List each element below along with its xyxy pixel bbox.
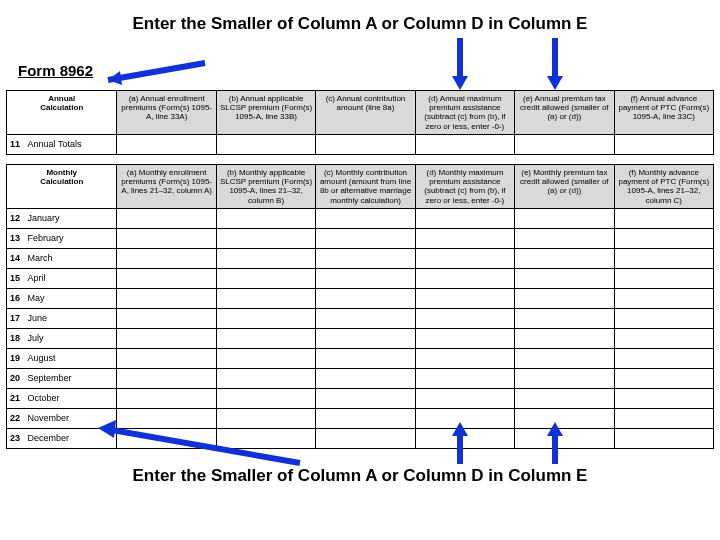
monthly-col-b: (b) Monthly applicable SLCSP premium (Fo… [216,165,315,209]
svg-line-0 [108,63,205,80]
annual-col-b: (b) Annual applicable SLCSP premium (For… [216,91,315,135]
month-row-num: 20 [7,368,25,388]
cell [515,134,614,154]
annual-col-c: (c) Annual contribution amount (line 8a) [316,91,415,135]
cell [216,134,315,154]
month-row-num: 22 [7,408,25,428]
svg-marker-5 [547,76,563,90]
cell [415,228,514,248]
cell [216,308,315,328]
cell [614,408,713,428]
month-row-num: 16 [7,288,25,308]
monthly-col-e: (e) Monthly premium tax credit allowed (… [515,165,614,209]
cell [117,248,216,268]
cell [415,328,514,348]
cell [515,208,614,228]
cell [316,368,415,388]
cell [415,388,514,408]
cell [117,348,216,368]
cell [515,228,614,248]
annual-col-e: (e) Annual premium tax credit allowed (s… [515,91,614,135]
month-row-name: February [25,228,117,248]
arrow-bottom-col-d [445,420,475,466]
cell [614,328,713,348]
month-row-num: 19 [7,348,25,368]
month-row-num: 17 [7,308,25,328]
month-row-name: April [25,268,117,288]
arrow-top-col-e [540,36,570,92]
cell [515,288,614,308]
annual-col-a: (a) Annual enrollment premiums (Form(s) … [117,91,216,135]
cell [316,288,415,308]
cell [614,428,713,448]
cell [316,308,415,328]
monthly-label: Monthly Calculation [7,165,117,209]
month-row-name: October [25,388,117,408]
cell [515,328,614,348]
cell [117,388,216,408]
cell [515,368,614,388]
svg-marker-11 [547,422,563,436]
cell [614,288,713,308]
arrow-bottom-to-form [90,418,310,468]
svg-marker-7 [98,420,116,438]
cell [415,368,514,388]
cell [316,388,415,408]
instruction-title-bottom: Enter the Smaller of Column A or Column … [0,466,720,486]
cell [117,328,216,348]
annual-calculation-table: Annual Calculation (a) Annual enrollment… [6,90,714,155]
annual-col-f: (f) Annual advance payment of PTC (Form(… [614,91,713,135]
cell [614,388,713,408]
monthly-col-a: (a) Monthly enrollment premiums (Form(s)… [117,165,216,209]
month-row-num: 21 [7,388,25,408]
cell [415,248,514,268]
cell [415,268,514,288]
cell [216,368,315,388]
month-row-name: September [25,368,117,388]
month-row-num: 15 [7,268,25,288]
cell [415,348,514,368]
month-row-name: March [25,248,117,268]
cell [316,328,415,348]
form-label: Form 8962 [18,62,93,79]
month-row-num: 13 [7,228,25,248]
cell [117,228,216,248]
monthly-calculation-table: Monthly Calculation (a) Monthly enrollme… [6,164,714,449]
cell [216,388,315,408]
svg-marker-9 [452,422,468,436]
annual-col-d: (d) Annual maximum premium assistance (s… [415,91,514,135]
annual-label: Annual Calculation [7,91,117,135]
cell [614,248,713,268]
cell [614,134,713,154]
cell [415,308,514,328]
monthly-col-d: (d) Monthly maximum premium assistance (… [415,165,514,209]
arrow-top-col-d [445,36,475,92]
cell [316,428,415,448]
cell [316,208,415,228]
cell [515,308,614,328]
cell [614,228,713,248]
annual-row-num: 11 [7,134,25,154]
month-row-name: July [25,328,117,348]
cell [614,348,713,368]
cell [216,208,315,228]
monthly-col-c: (c) Monthly contribution amount (amount … [316,165,415,209]
month-row-num: 18 [7,328,25,348]
cell [515,348,614,368]
cell [316,268,415,288]
instruction-title-top: Enter the Smaller of Column A or Column … [0,14,720,34]
month-row-num: 23 [7,428,25,448]
cell [515,388,614,408]
svg-line-6 [112,430,300,463]
svg-marker-3 [452,76,468,90]
cell [316,408,415,428]
cell [216,268,315,288]
cell [614,368,713,388]
cell [117,368,216,388]
cell [515,268,614,288]
cell [415,288,514,308]
cell [216,228,315,248]
monthly-col-f: (f) Monthly advance payment of PTC (Form… [614,165,713,209]
cell [316,248,415,268]
month-row-name: May [25,288,117,308]
